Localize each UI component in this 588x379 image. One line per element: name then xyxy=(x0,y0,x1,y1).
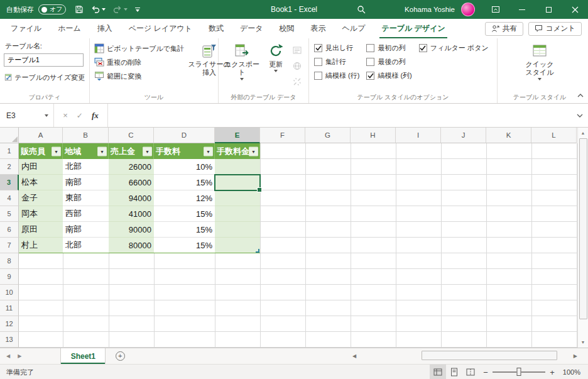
export-button[interactable]: エクスポート xyxy=(221,40,263,93)
user-name[interactable]: Kohama Yoshie xyxy=(405,6,455,13)
column-header-j[interactable]: J xyxy=(441,128,486,143)
cell-a7[interactable]: 村上 xyxy=(19,238,63,253)
cell-b2[interactable]: 北部 xyxy=(63,159,109,175)
column-header-l[interactable]: L xyxy=(531,128,577,143)
cell-d3[interactable]: 15% xyxy=(154,175,215,190)
select-all-corner[interactable] xyxy=(0,128,19,143)
row-header-4[interactable]: 4 xyxy=(0,190,19,206)
page-break-view-button[interactable] xyxy=(462,365,479,379)
checkbox-banded-rows[interactable]: 縞模様 (行) xyxy=(312,69,364,82)
comments-button[interactable]: コメント xyxy=(528,22,582,36)
normal-view-button[interactable] xyxy=(430,365,446,379)
checkbox-filter-button[interactable]: フィルター ボタン xyxy=(416,41,493,55)
filter-button-icon[interactable]: ▼ xyxy=(97,146,107,156)
selected-cell-e3[interactable] xyxy=(214,174,261,191)
cell-b1[interactable]: 地域▼ xyxy=(63,143,109,159)
scroll-right-icon[interactable]: ▶ xyxy=(574,353,577,359)
tab-insert[interactable]: 挿入 xyxy=(89,19,121,38)
cell-b3[interactable]: 南部 xyxy=(63,175,109,190)
cell-c5[interactable]: 41000 xyxy=(109,206,154,222)
scroll-up-icon[interactable]: ▲ xyxy=(578,128,588,138)
column-header-e-selected[interactable]: E xyxy=(215,128,260,143)
tab-data[interactable]: データ xyxy=(232,19,271,38)
cell-e6[interactable] xyxy=(215,222,260,238)
row-header-5[interactable]: 5 xyxy=(0,206,19,222)
cell-b5[interactable]: 西部 xyxy=(63,206,109,222)
zoom-level[interactable]: 100% xyxy=(559,368,588,376)
undo-button[interactable] xyxy=(87,0,109,19)
vertical-scrollbar[interactable]: ▲ ▼ xyxy=(577,128,588,348)
horizontal-scroll-track[interactable] xyxy=(356,348,574,364)
sheet-tab-sheet1[interactable]: Sheet1 xyxy=(60,348,106,364)
zoom-slider[interactable] xyxy=(493,365,545,379)
table-name-input[interactable] xyxy=(4,53,84,67)
column-header-a[interactable]: A xyxy=(19,128,63,143)
cell-c7[interactable]: 80000 xyxy=(109,238,154,253)
row-header-1[interactable]: 1 xyxy=(0,143,19,159)
cell-a1[interactable]: 販売員▼ xyxy=(19,143,63,159)
cell-e1[interactable]: 手数料金▼ xyxy=(215,143,260,159)
expand-formula-bar-button[interactable] xyxy=(572,104,588,127)
cell-e2[interactable] xyxy=(215,159,260,175)
cell-d5[interactable]: 15% xyxy=(154,206,215,222)
save-button[interactable] xyxy=(71,0,87,19)
column-header-f[interactable]: F xyxy=(260,128,305,143)
refresh-button[interactable]: 更新 xyxy=(263,40,289,93)
filter-button-icon[interactable]: ▼ xyxy=(204,146,213,156)
zoom-out-button[interactable]: − xyxy=(479,368,493,377)
autosave-control[interactable]: 自動保存 オフ xyxy=(0,4,71,14)
column-header-c[interactable]: C xyxy=(109,128,154,143)
undo-dropdown-icon[interactable] xyxy=(102,8,106,11)
tab-home[interactable]: ホーム xyxy=(50,19,89,38)
filter-button-icon[interactable]: ▼ xyxy=(52,146,61,156)
cell-e4[interactable] xyxy=(215,190,260,206)
cell-d4[interactable]: 12% xyxy=(154,190,215,206)
cell-b4[interactable]: 東部 xyxy=(63,190,109,206)
tab-help[interactable]: ヘルプ xyxy=(334,19,374,38)
cell-e7[interactable] xyxy=(215,238,260,253)
zoom-in-button[interactable]: + xyxy=(545,368,559,377)
quick-styles-button[interactable]: クイック スタイル xyxy=(520,40,559,93)
horizontal-scrollbar[interactable]: ◀ ▶ xyxy=(352,348,577,364)
column-header-g[interactable]: G xyxy=(305,128,351,143)
new-sheet-button[interactable]: + xyxy=(112,348,128,364)
row-header-11[interactable]: 11 xyxy=(0,300,19,316)
name-box-dropdown-icon[interactable] xyxy=(45,114,48,117)
checkbox-first-column[interactable]: 最初の列 xyxy=(364,41,416,55)
insert-function-button[interactable]: fx xyxy=(92,111,99,121)
cell-e5[interactable] xyxy=(215,206,260,222)
cell-a2[interactable]: 内田 xyxy=(19,159,63,175)
row-header-9[interactable]: 9 xyxy=(0,269,19,285)
row-header-10[interactable]: 10 xyxy=(0,285,19,300)
cell-c4[interactable]: 94000 xyxy=(109,190,154,206)
row-header-3-selected[interactable]: 3 xyxy=(0,175,19,190)
cell-c2[interactable]: 26000 xyxy=(109,159,154,175)
cell-b6[interactable]: 南部 xyxy=(63,222,109,238)
row-header-13[interactable]: 13 xyxy=(0,332,19,348)
sheet-next-icon[interactable]: ▶ xyxy=(18,353,21,359)
cell-d6[interactable]: 15% xyxy=(154,222,215,238)
cell-a3[interactable]: 松本 xyxy=(19,175,63,190)
row-header-12[interactable]: 12 xyxy=(0,316,19,332)
collapse-ribbon-button[interactable] xyxy=(577,91,584,99)
close-button[interactable] xyxy=(562,0,588,19)
customize-quick-access-button[interactable] xyxy=(131,0,144,19)
cell-c3[interactable]: 66000 xyxy=(109,175,154,190)
filter-button-icon[interactable]: ▼ xyxy=(143,146,152,156)
tab-page-layout[interactable]: ページ レイアウト xyxy=(121,19,200,38)
filter-button-icon[interactable]: ▼ xyxy=(249,146,258,156)
checkbox-header-row[interactable]: 見出し行 xyxy=(312,41,364,55)
checkbox-banded-columns[interactable]: 縞模様 (列) xyxy=(364,69,416,82)
cell-a4[interactable]: 金子 xyxy=(19,190,63,206)
cell-d2[interactable]: 10% xyxy=(154,159,215,175)
column-header-d[interactable]: D xyxy=(154,128,215,143)
cell-d1[interactable]: 手数料▼ xyxy=(154,143,215,159)
cells-area[interactable]: 販売員▼ 地域▼ 売上金▼ 手数料▼ 手数料金▼ 内田 北部 26000 10%… xyxy=(19,143,577,348)
tab-file[interactable]: ファイル xyxy=(3,19,50,38)
formula-input[interactable] xyxy=(108,104,572,127)
maximize-button[interactable] xyxy=(535,0,562,19)
cell-a6[interactable]: 原田 xyxy=(19,222,63,238)
tab-table-design[interactable]: テーブル デザイン xyxy=(373,19,453,38)
summarize-with-pivottable-button[interactable]: ピボットテーブルで集計 xyxy=(92,41,186,55)
page-layout-view-button[interactable] xyxy=(446,365,462,379)
